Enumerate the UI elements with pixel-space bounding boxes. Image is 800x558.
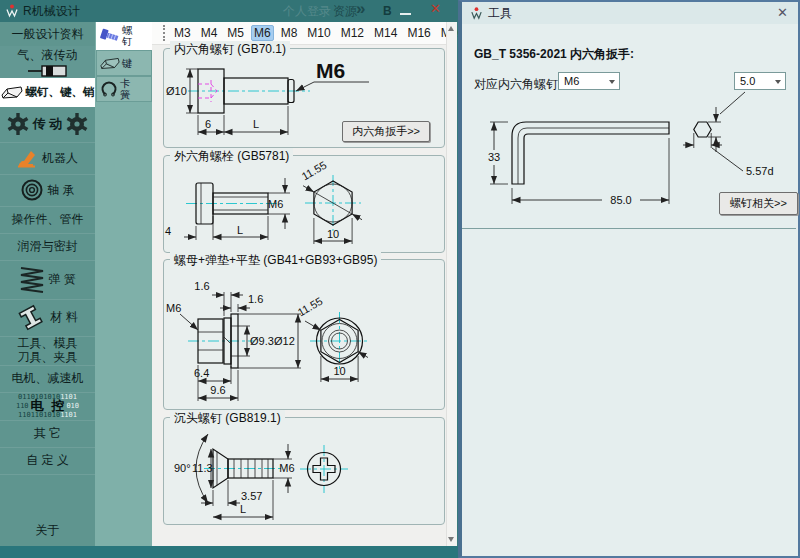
chevron-down-icon — [775, 80, 781, 84]
sidebar-item-label: 传 动 — [33, 115, 63, 133]
title-bar: R机械设计 个人登录 资源 » B ✕ — [0, 0, 458, 22]
tab-m5[interactable]: M5 — [224, 25, 247, 41]
sidebar-item-label: 电机、减速机 — [12, 370, 84, 387]
bearing-icon — [20, 178, 44, 202]
tab-m10[interactable]: M10 — [304, 25, 333, 41]
sidebar-item-bearing[interactable]: 轴 承 — [0, 174, 95, 207]
sidebar-item-material[interactable]: 材 料 — [0, 299, 95, 337]
tool-window-title: 工具 — [488, 5, 512, 22]
tab-screw[interactable]: 螺钉 — [96, 22, 152, 50]
scroll-down-icon[interactable] — [448, 537, 454, 542]
tab-key[interactable]: 键 — [96, 50, 152, 76]
tab-circlip[interactable]: 卡簧 — [96, 76, 152, 102]
tab-m4[interactable]: M4 — [198, 25, 221, 41]
sidebar-item-pneumatic[interactable]: 气、液传动 — [0, 46, 95, 79]
dim-label: 1.6 — [248, 293, 263, 305]
tab-m6[interactable]: M6 — [251, 25, 274, 41]
selected-value: M6 — [564, 75, 579, 87]
dim-label: 11.3 — [192, 462, 213, 474]
scroll-up-icon[interactable] — [448, 26, 454, 31]
robot-icon — [17, 148, 39, 168]
sidebar-item-label: 操作件、管件 — [12, 211, 84, 228]
tab-m8[interactable]: M8 — [278, 25, 301, 41]
tab-m12[interactable]: M12 — [338, 25, 367, 41]
sidebar-item-transmission[interactable]: 传 动 — [0, 106, 95, 143]
panel-divider — [462, 228, 796, 229]
dim-label: 10 — [333, 365, 345, 377]
sidebar-item-label: 轴 承 — [47, 182, 74, 199]
app-logo-icon — [470, 7, 483, 20]
minimize-icon[interactable] — [400, 13, 411, 15]
b-button[interactable]: B — [383, 0, 392, 22]
section-hex-bolt: 外六角螺栓 (GB5781) M6 4 L — [163, 155, 445, 253]
application-root: R机械设计 个人登录 资源 » B ✕ 一般设计资料 气、液传动 — [0, 0, 800, 558]
tab-m16[interactable]: M16 — [404, 25, 433, 41]
csk-screw-drawing: 90° 11.3 3.57 L M6 — [164, 418, 444, 524]
gear-icon — [65, 112, 89, 136]
chevrons-icon[interactable]: » — [356, 0, 365, 19]
tool-heading: GB_T 5356-2021 内六角扳手: — [474, 46, 634, 63]
sidebar-item-tools-molds[interactable]: 工具、模具 刀具、夹具 — [0, 336, 95, 366]
thread-label: M6 — [279, 462, 294, 474]
sidebar-item-label: 自 定 义 — [26, 452, 69, 469]
dim-label: 3.57 — [241, 490, 262, 502]
sidebar-item-motor[interactable]: 电机、减速机 — [0, 365, 95, 393]
sidebar-item-robot[interactable]: 机器人 — [0, 142, 95, 175]
screw-select-label: 对应内六角螺钉: — [474, 76, 561, 93]
sidebar-item-spring[interactable]: 弹 簧 — [0, 260, 95, 300]
tab-m3[interactable]: M3 — [171, 25, 194, 41]
tab-label: 键 — [122, 58, 133, 69]
category-tab-column: 螺钉 键 卡簧 — [95, 22, 152, 546]
sidebar-item-custom[interactable]: 自 定 义 — [0, 447, 95, 475]
key-icon — [100, 56, 120, 70]
dim-label: 90° — [174, 462, 191, 474]
dim-label: L — [237, 224, 243, 236]
sidebar-item-fasteners[interactable]: 螺钉、键、销 — [0, 78, 95, 107]
vertical-scrollbar[interactable] — [446, 22, 457, 546]
dim-label: 85.0 — [610, 194, 631, 206]
window-bottom-edge — [0, 546, 458, 558]
hex-wrench-button[interactable]: 内六角扳手>> — [342, 121, 430, 142]
dim-label: 33 — [488, 151, 500, 163]
dim-label: 6 — [205, 118, 211, 130]
ibeam-icon — [17, 304, 47, 332]
window-title: R机械设计 — [23, 0, 80, 22]
dim-label: L — [240, 503, 246, 515]
close-icon[interactable]: ✕ — [777, 5, 788, 20]
sidebar-item-lubrication[interactable]: 润滑与密封 — [0, 233, 95, 261]
dim-label: 5.57d — [746, 165, 774, 177]
dim-label: 1.6 — [194, 280, 209, 292]
dim-label: Ø10 — [166, 85, 187, 97]
dim-label: Ø9.3 — [250, 335, 274, 347]
sidebar-item-about[interactable]: 关于 — [0, 515, 95, 546]
chevron-down-icon — [609, 80, 615, 84]
sidebar-item-controls-pipes[interactable]: 操作件、管件 — [0, 206, 95, 234]
key-icon — [1, 85, 23, 99]
thread-label: M6 — [166, 302, 181, 314]
dim-label: 9.6 — [210, 384, 225, 396]
gear-icon — [6, 112, 30, 136]
sidebar-item-econtrol[interactable]: 01101010101101 110电 控010 11011010101101 — [0, 392, 95, 421]
tab-label: 卡簧 — [120, 78, 132, 100]
selected-value: 5.0 — [740, 75, 755, 87]
wrench-size-select[interactable]: 5.0 — [734, 72, 786, 90]
sidebar: 一般设计资料 气、液传动 螺钉、键、销 — [0, 22, 95, 546]
sidebar-item-label: 工具、模具 — [18, 337, 78, 350]
drag-grip-icon[interactable] — [163, 25, 165, 41]
sidebar-item-label: 刀具、夹具 — [18, 351, 78, 364]
login-link[interactable]: 个人登录 — [283, 0, 331, 22]
screw-size-select[interactable]: M6 — [558, 72, 620, 90]
sidebar-item-general[interactable]: 一般设计资料 — [0, 22, 95, 47]
resources-link[interactable]: 资源 — [333, 0, 357, 22]
spring-icon — [19, 265, 45, 295]
tool-window-title-bar: 工具 ✕ — [462, 2, 798, 24]
section-socket-screw: 内六角螺钉 (GB70.1) Ø10 6 — [163, 48, 445, 148]
close-icon[interactable]: ✕ — [430, 1, 441, 16]
sidebar-item-other[interactable]: 其 它 — [0, 420, 95, 448]
main-window: R机械设计 个人登录 资源 » B ✕ 一般设计资料 气、液传动 — [0, 0, 458, 558]
binary-line: 110电 控010 — [16, 402, 79, 410]
hex-bolt-drawing: M6 4 L 11.55 10 — [164, 156, 444, 252]
tab-m14[interactable]: M14 — [371, 25, 400, 41]
screw-related-button[interactable]: 螺钉相关>> — [719, 192, 798, 215]
sidebar-item-label: 其 它 — [34, 425, 61, 442]
